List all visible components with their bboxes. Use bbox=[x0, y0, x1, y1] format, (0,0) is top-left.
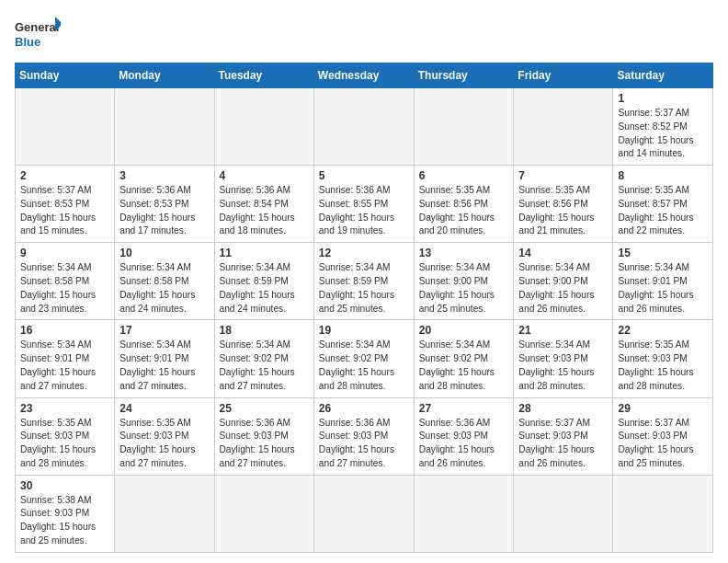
day-info: Sunrise: 5:34 AM Sunset: 9:02 PM Dayligh… bbox=[319, 339, 409, 393]
day-number: 20 bbox=[419, 324, 509, 337]
calendar-cell bbox=[214, 475, 313, 552]
calendar-cell: 9Sunrise: 5:34 AM Sunset: 8:58 PM Daylig… bbox=[16, 243, 115, 320]
day-info: Sunrise: 5:34 AM Sunset: 9:00 PM Dayligh… bbox=[419, 261, 509, 316]
day-info: Sunrise: 5:36 AM Sunset: 8:55 PM Dayligh… bbox=[319, 184, 409, 238]
calendar-cell bbox=[514, 475, 613, 552]
calendar-cell: 12Sunrise: 5:34 AM Sunset: 8:59 PM Dayli… bbox=[313, 243, 414, 320]
day-number: 29 bbox=[618, 402, 708, 415]
day-info: Sunrise: 5:37 AM Sunset: 9:03 PM Dayligh… bbox=[618, 417, 708, 471]
calendar-cell bbox=[613, 475, 713, 552]
svg-text:General: General bbox=[15, 20, 59, 34]
calendar-cell: 7Sunrise: 5:35 AM Sunset: 8:56 PM Daylig… bbox=[514, 166, 613, 243]
week-row-1: 2Sunrise: 5:37 AM Sunset: 8:53 PM Daylig… bbox=[16, 166, 713, 243]
calendar-cell: 24Sunrise: 5:35 AM Sunset: 9:03 PM Dayli… bbox=[115, 397, 214, 475]
week-row-5: 30Sunrise: 5:38 AM Sunset: 9:03 PM Dayli… bbox=[16, 475, 713, 552]
calendar-cell: 28Sunrise: 5:37 AM Sunset: 9:03 PM Dayli… bbox=[514, 397, 613, 475]
day-info: Sunrise: 5:37 AM Sunset: 9:03 PM Dayligh… bbox=[518, 417, 608, 471]
day-number: 1 bbox=[618, 92, 708, 105]
day-header-wednesday: Wednesday bbox=[313, 63, 414, 88]
day-header-tuesday: Tuesday bbox=[214, 63, 313, 88]
day-info: Sunrise: 5:34 AM Sunset: 8:58 PM Dayligh… bbox=[119, 261, 209, 316]
calendar-cell: 3Sunrise: 5:36 AM Sunset: 8:53 PM Daylig… bbox=[115, 166, 214, 243]
calendar-cell bbox=[115, 475, 214, 552]
day-info: Sunrise: 5:36 AM Sunset: 9:03 PM Dayligh… bbox=[319, 417, 409, 471]
calendar-table: SundayMondayTuesdayWednesdayThursdayFrid… bbox=[15, 63, 713, 553]
calendar-cell: 19Sunrise: 5:34 AM Sunset: 9:02 PM Dayli… bbox=[313, 320, 414, 397]
day-info: Sunrise: 5:34 AM Sunset: 8:58 PM Dayligh… bbox=[20, 261, 109, 316]
logo-icon: General Blue bbox=[15, 15, 61, 55]
calendar-cell: 21Sunrise: 5:34 AM Sunset: 9:03 PM Dayli… bbox=[514, 320, 613, 397]
svg-text:Blue: Blue bbox=[15, 35, 40, 49]
day-info: Sunrise: 5:35 AM Sunset: 8:56 PM Dayligh… bbox=[518, 184, 608, 238]
calendar-cell: 6Sunrise: 5:35 AM Sunset: 8:56 PM Daylig… bbox=[414, 166, 514, 243]
calendar-cell: 16Sunrise: 5:34 AM Sunset: 9:01 PM Dayli… bbox=[16, 320, 115, 397]
day-header-thursday: Thursday bbox=[414, 63, 514, 88]
day-number: 23 bbox=[20, 402, 109, 415]
calendar-cell: 11Sunrise: 5:34 AM Sunset: 8:59 PM Dayli… bbox=[214, 243, 313, 320]
day-number: 13 bbox=[419, 247, 509, 259]
day-info: Sunrise: 5:34 AM Sunset: 9:01 PM Dayligh… bbox=[618, 261, 708, 316]
day-header-sunday: Sunday bbox=[16, 63, 115, 88]
day-info: Sunrise: 5:34 AM Sunset: 8:59 PM Dayligh… bbox=[220, 261, 309, 316]
calendar-header-row: SundayMondayTuesdayWednesdayThursdayFrid… bbox=[16, 63, 713, 88]
day-info: Sunrise: 5:35 AM Sunset: 9:03 PM Dayligh… bbox=[119, 417, 209, 471]
day-info: Sunrise: 5:34 AM Sunset: 9:03 PM Dayligh… bbox=[518, 339, 608, 393]
week-row-2: 9Sunrise: 5:34 AM Sunset: 8:58 PM Daylig… bbox=[16, 243, 713, 320]
day-info: Sunrise: 5:35 AM Sunset: 8:56 PM Dayligh… bbox=[419, 184, 509, 238]
calendar-cell: 20Sunrise: 5:34 AM Sunset: 9:02 PM Dayli… bbox=[414, 320, 514, 397]
calendar-cell bbox=[514, 88, 613, 166]
day-info: Sunrise: 5:36 AM Sunset: 8:53 PM Dayligh… bbox=[119, 184, 209, 238]
calendar-cell: 8Sunrise: 5:35 AM Sunset: 8:57 PM Daylig… bbox=[613, 166, 713, 243]
day-number: 14 bbox=[518, 247, 608, 259]
day-number: 26 bbox=[319, 402, 409, 415]
calendar-cell bbox=[313, 475, 414, 552]
day-number: 27 bbox=[419, 402, 509, 415]
calendar-cell bbox=[16, 88, 115, 166]
day-number: 21 bbox=[518, 324, 608, 337]
day-number: 22 bbox=[618, 324, 708, 337]
day-number: 7 bbox=[518, 169, 608, 182]
calendar-cell: 15Sunrise: 5:34 AM Sunset: 9:01 PM Dayli… bbox=[613, 243, 713, 320]
day-number: 30 bbox=[20, 479, 109, 492]
calendar-cell bbox=[115, 88, 214, 166]
calendar-cell bbox=[414, 88, 514, 166]
calendar-cell: 13Sunrise: 5:34 AM Sunset: 9:00 PM Dayli… bbox=[414, 243, 514, 320]
day-number: 19 bbox=[319, 324, 409, 337]
day-info: Sunrise: 5:35 AM Sunset: 9:03 PM Dayligh… bbox=[20, 417, 109, 471]
day-number: 28 bbox=[518, 402, 608, 415]
day-number: 3 bbox=[119, 169, 209, 182]
day-number: 9 bbox=[20, 247, 109, 259]
calendar-cell: 29Sunrise: 5:37 AM Sunset: 9:03 PM Dayli… bbox=[613, 397, 713, 475]
calendar-cell: 14Sunrise: 5:34 AM Sunset: 9:00 PM Dayli… bbox=[514, 243, 613, 320]
day-number: 16 bbox=[20, 324, 109, 337]
day-number: 10 bbox=[119, 247, 209, 259]
day-number: 12 bbox=[319, 247, 409, 259]
day-header-monday: Monday bbox=[115, 63, 214, 88]
week-row-0: 1Sunrise: 5:37 AM Sunset: 8:52 PM Daylig… bbox=[16, 88, 713, 166]
day-info: Sunrise: 5:34 AM Sunset: 9:02 PM Dayligh… bbox=[220, 339, 309, 393]
calendar-cell: 17Sunrise: 5:34 AM Sunset: 9:01 PM Dayli… bbox=[115, 320, 214, 397]
calendar-cell: 30Sunrise: 5:38 AM Sunset: 9:03 PM Dayli… bbox=[16, 475, 115, 552]
calendar-cell: 25Sunrise: 5:36 AM Sunset: 9:03 PM Dayli… bbox=[214, 397, 313, 475]
day-number: 24 bbox=[119, 402, 209, 415]
day-number: 8 bbox=[618, 169, 708, 182]
day-number: 4 bbox=[220, 169, 309, 182]
day-number: 5 bbox=[319, 169, 409, 182]
day-number: 11 bbox=[220, 247, 309, 259]
calendar-cell: 10Sunrise: 5:34 AM Sunset: 8:58 PM Dayli… bbox=[115, 243, 214, 320]
page-header: General Blue bbox=[15, 15, 713, 55]
day-header-friday: Friday bbox=[514, 63, 613, 88]
day-info: Sunrise: 5:35 AM Sunset: 8:57 PM Dayligh… bbox=[618, 184, 708, 238]
calendar-cell bbox=[214, 88, 313, 166]
week-row-3: 16Sunrise: 5:34 AM Sunset: 9:01 PM Dayli… bbox=[16, 320, 713, 397]
calendar-cell: 18Sunrise: 5:34 AM Sunset: 9:02 PM Dayli… bbox=[214, 320, 313, 397]
day-number: 6 bbox=[419, 169, 509, 182]
logo: General Blue bbox=[15, 15, 61, 55]
day-number: 2 bbox=[20, 169, 109, 182]
day-info: Sunrise: 5:34 AM Sunset: 9:02 PM Dayligh… bbox=[419, 339, 509, 393]
day-number: 17 bbox=[119, 324, 209, 337]
calendar-cell: 23Sunrise: 5:35 AM Sunset: 9:03 PM Dayli… bbox=[16, 397, 115, 475]
day-info: Sunrise: 5:34 AM Sunset: 9:01 PM Dayligh… bbox=[119, 339, 209, 393]
calendar-cell: 22Sunrise: 5:35 AM Sunset: 9:03 PM Dayli… bbox=[613, 320, 713, 397]
day-info: Sunrise: 5:34 AM Sunset: 9:00 PM Dayligh… bbox=[518, 261, 608, 316]
